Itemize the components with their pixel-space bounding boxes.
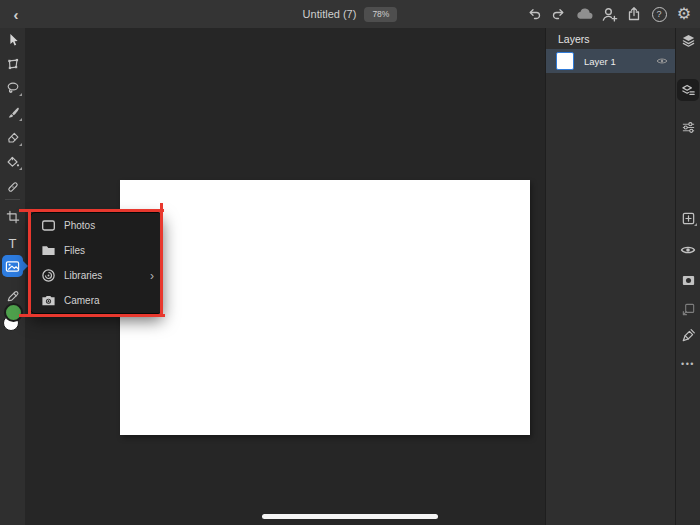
transform-tool[interactable] bbox=[0, 52, 25, 76]
layer-properties-button[interactable] bbox=[676, 78, 700, 102]
clear-layer-button[interactable] bbox=[676, 323, 700, 347]
clipping-mask-button[interactable] bbox=[676, 297, 700, 321]
document-title: Untitled (7) bbox=[303, 8, 357, 20]
share-icon bbox=[626, 6, 642, 22]
top-bar: ‹ Untitled (7) 78% bbox=[0, 0, 700, 28]
annotation-rect-right bbox=[160, 203, 163, 317]
layer-visibility-button[interactable] bbox=[676, 238, 700, 262]
submenu-tick bbox=[694, 223, 697, 226]
redo-button[interactable] bbox=[550, 5, 568, 23]
libraries-icon bbox=[40, 268, 56, 284]
photos-icon bbox=[40, 218, 56, 234]
zoom-level-badge[interactable]: 78% bbox=[364, 7, 397, 22]
more-options-button[interactable]: ••• bbox=[676, 352, 700, 376]
layer-row-selected[interactable]: Layer 1 bbox=[546, 49, 675, 73]
redo-icon bbox=[551, 6, 567, 22]
move-cursor-icon bbox=[6, 33, 20, 47]
layer-name: Layer 1 bbox=[584, 56, 616, 67]
layer-mask-icon bbox=[681, 273, 696, 288]
help-button[interactable]: ? bbox=[650, 5, 668, 23]
adjustments-icon bbox=[681, 120, 696, 135]
settings-button[interactable]: ⚙ bbox=[675, 5, 693, 23]
type-tool-icon: T bbox=[9, 236, 17, 251]
layers-panel: Layers Layer 1 bbox=[545, 28, 675, 525]
place-image-icon bbox=[5, 259, 20, 274]
annotation-rect-top bbox=[19, 209, 164, 212]
menu-item-libraries[interactable]: Libraries › bbox=[31, 263, 162, 288]
crop-icon bbox=[6, 210, 20, 224]
right-icon-strip: ••• bbox=[675, 28, 700, 525]
menu-item-files[interactable]: Files bbox=[31, 238, 162, 263]
layers-panel-title: Layers bbox=[546, 28, 675, 49]
lasso-tool[interactable] bbox=[0, 76, 25, 100]
menu-item-label: Photos bbox=[64, 220, 95, 231]
eraser-tool[interactable] bbox=[0, 126, 25, 150]
brush-icon bbox=[6, 106, 20, 120]
menu-item-photos[interactable]: Photos bbox=[31, 213, 162, 238]
invite-people-button[interactable] bbox=[600, 5, 618, 23]
layers-stack-icon bbox=[681, 33, 696, 48]
eyedropper-icon bbox=[6, 289, 20, 303]
menu-item-label: Libraries bbox=[64, 270, 102, 281]
home-indicator-bar[interactable] bbox=[262, 514, 438, 519]
menu-item-label: Camera bbox=[64, 295, 100, 306]
document-canvas[interactable] bbox=[120, 180, 530, 435]
clipping-mask-icon bbox=[681, 302, 696, 317]
layer-mask-button[interactable] bbox=[676, 268, 700, 292]
cloud-sync-button[interactable] bbox=[575, 5, 593, 23]
camera-icon bbox=[40, 293, 56, 309]
left-toolbar: T bbox=[0, 28, 25, 525]
settings-gear-icon: ⚙ bbox=[677, 6, 691, 22]
adjustments-button[interactable] bbox=[676, 115, 700, 139]
eraser-icon bbox=[6, 131, 20, 145]
submenu-tick bbox=[19, 118, 22, 121]
menu-item-camera[interactable]: Camera bbox=[31, 288, 162, 313]
photoshop-ipad-app: ‹ Untitled (7) 78% bbox=[0, 0, 700, 525]
place-image-tool[interactable] bbox=[2, 255, 23, 277]
annotation-rect-bottom bbox=[19, 314, 165, 317]
annotation-rect-left bbox=[28, 209, 31, 317]
healing-brush-tool[interactable] bbox=[0, 175, 25, 199]
topbar-actions: ? ⚙ bbox=[525, 0, 693, 28]
lasso-icon bbox=[6, 81, 20, 95]
layer-thumbnail[interactable] bbox=[556, 52, 574, 70]
help-icon: ? bbox=[652, 7, 667, 22]
toolbar-divider bbox=[5, 199, 20, 200]
invite-people-icon bbox=[601, 6, 618, 23]
foreground-color-swatch[interactable] bbox=[4, 303, 23, 322]
more-options-icon: ••• bbox=[681, 359, 695, 369]
brush-tool[interactable] bbox=[0, 101, 25, 125]
type-tool[interactable]: T bbox=[0, 231, 25, 255]
clear-layer-icon bbox=[681, 328, 696, 343]
add-layer-button[interactable] bbox=[676, 206, 700, 230]
move-tool[interactable] bbox=[0, 28, 25, 52]
menu-item-label: Files bbox=[64, 245, 85, 256]
layer-properties-icon bbox=[681, 83, 696, 98]
submenu-tick bbox=[19, 93, 22, 96]
transform-icon bbox=[6, 57, 20, 71]
healing-brush-icon bbox=[6, 180, 20, 194]
visibility-eye-icon bbox=[680, 242, 696, 258]
cloud-sync-icon bbox=[575, 5, 593, 23]
share-button[interactable] bbox=[625, 5, 643, 23]
undo-icon bbox=[526, 6, 542, 22]
back-button[interactable]: ‹ bbox=[6, 4, 26, 24]
files-icon bbox=[40, 243, 56, 259]
submenu-tick bbox=[19, 143, 22, 146]
layer-visibility-eye-icon[interactable] bbox=[656, 55, 668, 67]
undo-button[interactable] bbox=[525, 5, 543, 23]
fill-bucket-icon bbox=[6, 155, 20, 169]
fill-tool[interactable] bbox=[0, 150, 25, 174]
layers-stack-button[interactable] bbox=[676, 28, 700, 52]
insert-image-popover: Photos Files Libraries › bbox=[30, 212, 163, 314]
submenu-tick bbox=[19, 167, 22, 170]
submenu-chevron-icon: › bbox=[150, 270, 154, 282]
back-chevron-icon: ‹ bbox=[14, 6, 19, 23]
